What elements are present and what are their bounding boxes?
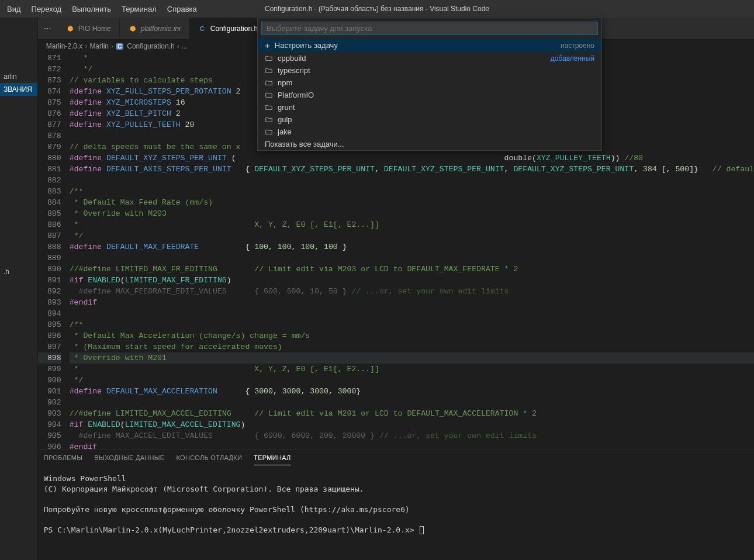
task-picker-item[interactable]: PlatformIO: [258, 89, 601, 101]
menu-item[interactable]: Справка: [162, 2, 202, 16]
panel-tab[interactable]: ВЫХОДНЫЕ ДАННЫЕ: [94, 454, 164, 465]
line-number: 884: [38, 197, 61, 208]
line-number: 882: [38, 175, 61, 186]
task-picker-item[interactable]: npm: [258, 77, 601, 89]
task-picker-item-label: Настроить задачу: [275, 41, 338, 50]
task-picker-item-label: cppbuild: [278, 54, 306, 63]
line-number: 903: [38, 408, 61, 419]
code-line[interactable]: /**: [70, 186, 754, 197]
panel-tab[interactable]: ТЕРМИНАЛ: [254, 454, 290, 465]
terminal-cursor: [420, 526, 424, 534]
tab-overflow-icon[interactable]: ⋯: [38, 24, 57, 33]
code-line[interactable]: * Override with M201: [70, 352, 754, 364]
sidebar-item[interactable]: .h: [0, 265, 37, 278]
sidebar-item[interactable]: ЗВАНИЯ: [0, 83, 37, 96]
panel-tab-bar: ПРОБЛЕМЫВЫХОДНЫЕ ДАННЫЕКОНСОЛЬ ОТЛАДКИТЕ…: [38, 450, 754, 468]
breadcrumb-segment[interactable]: ...: [182, 42, 188, 50]
plus-icon: +: [265, 40, 270, 50]
code-line[interactable]: #define MAX_FEEDRATE_EDIT_VALUES { 600, …: [70, 286, 754, 297]
line-number: 888: [38, 241, 61, 253]
sidebar-item[interactable]: arlin: [0, 70, 37, 83]
panel-tab[interactable]: КОНСОЛЬ ОТЛАДКИ: [176, 454, 242, 465]
code-line[interactable]: #define DEFAULT_XYZ_STEPS_PER_UNIT ( dou…: [70, 153, 754, 164]
task-picker-list: +Настроить задачунастроеноcppbuildдобавл…: [258, 39, 601, 150]
breadcrumb-separator-icon: ›: [85, 42, 87, 50]
task-picker-item[interactable]: cppbuildдобавленный: [258, 52, 601, 64]
code-line[interactable]: * X, Y, Z, E0 [, E1[, E2...]]: [70, 219, 754, 230]
line-number-gutter: 8718728738748758768778788798808818828838…: [38, 53, 70, 449]
menu-bar: ВидПереходВыполнитьТерминалСправка: [0, 2, 202, 16]
code-line[interactable]: //#define LIMITED_MAX_FR_EDITING // Limi…: [70, 264, 754, 275]
code-line[interactable]: [70, 397, 754, 408]
line-number: 873: [38, 75, 61, 86]
line-number: 891: [38, 275, 61, 286]
task-picker-item[interactable]: grunt: [258, 101, 601, 113]
menu-item[interactable]: Терминал: [117, 2, 161, 16]
tab-label: PIO Home: [78, 25, 111, 33]
breadcrumb-segment[interactable]: Configuration.h: [127, 42, 174, 50]
code-line[interactable]: #endif: [70, 441, 754, 449]
code-line[interactable]: * Default Max Feed Rate (mm/s): [70, 197, 754, 208]
code-line[interactable]: #define DEFAULT_AXIS_STEPS_PER_UNIT { DE…: [70, 164, 754, 175]
line-number: 879: [38, 141, 61, 153]
breadcrumb-segment[interactable]: Marlin-2.0.x: [46, 42, 83, 50]
line-number: 875: [38, 97, 61, 108]
folder-icon: [265, 79, 273, 87]
code-line[interactable]: * Default Max Acceleration (change/s) ch…: [70, 330, 754, 341]
folder-icon: [265, 92, 273, 99]
task-picker-item-label: PlatformIO: [278, 91, 314, 99]
line-number: 876: [38, 108, 61, 119]
code-line[interactable]: * (Maximum start speed for accelerated m…: [70, 341, 754, 352]
line-number: 901: [38, 386, 61, 397]
line-number: 899: [38, 364, 61, 375]
line-number: 906: [38, 441, 61, 449]
code-line[interactable]: #define DEFAULT_MAX_ACCELERATION { 3000,…: [70, 386, 754, 397]
editor-tab[interactable]: CConfiguration.h: [189, 18, 267, 39]
task-picker-item-label: typescript: [278, 66, 310, 75]
code-line[interactable]: */: [70, 375, 754, 386]
line-number: 877: [38, 119, 61, 130]
platformio-icon: ⬢: [65, 24, 75, 33]
code-line[interactable]: #endif: [70, 297, 754, 308]
code-line[interactable]: #define MAX_ACCEL_EDIT_VALUES { 6000, 60…: [70, 430, 754, 441]
line-number: 890: [38, 264, 61, 275]
code-line[interactable]: [70, 253, 754, 264]
menu-item[interactable]: Переход: [27, 2, 67, 16]
editor-tab[interactable]: ⬢PIO Home: [57, 18, 120, 39]
line-number: 900: [38, 375, 61, 386]
c-file-icon: C: [198, 24, 207, 33]
code-line[interactable]: #define DEFAULT_MAX_FEEDRATE { 100, 100,…: [70, 241, 754, 253]
task-picker-item[interactable]: jake: [258, 126, 601, 138]
line-number: 885: [38, 208, 61, 219]
titlebar: ВидПереходВыполнитьТерминалСправка Confi…: [0, 0, 754, 18]
folder-icon: [265, 55, 273, 62]
task-picker-item[interactable]: typescript: [258, 64, 601, 77]
line-number: 872: [38, 64, 61, 75]
breadcrumb-segment[interactable]: Marlin: [89, 42, 109, 50]
code-line[interactable]: * Override with M203: [70, 208, 754, 219]
terminal-output[interactable]: Windows PowerShell (C) Корпорация Майкро…: [38, 468, 754, 560]
sidebar: arlin ЗВАНИЯ .h: [0, 18, 38, 560]
editor-tab[interactable]: ⬢platformio.ini: [120, 18, 189, 39]
code-line[interactable]: */: [70, 230, 754, 241]
task-picker-item[interactable]: Показать все задачи...: [258, 138, 601, 150]
code-line[interactable]: [70, 308, 754, 319]
line-number: 871: [38, 53, 61, 64]
menu-item[interactable]: Вид: [2, 2, 26, 16]
code-line[interactable]: #if ENABLED(LIMITED_MAX_FR_EDITING): [70, 275, 754, 286]
line-number: 883: [38, 186, 61, 197]
line-number: 880: [38, 153, 61, 164]
task-picker-item[interactable]: gulp: [258, 113, 601, 126]
code-line[interactable]: #if ENABLED(LIMITED_MAX_ACCEL_EDITING): [70, 419, 754, 430]
task-picker-item[interactable]: +Настроить задачунастроено: [258, 39, 601, 52]
task-picker-item-desc: добавленный: [551, 54, 594, 63]
task-picker-input[interactable]: [261, 22, 598, 35]
line-number: 902: [38, 397, 61, 408]
code-line[interactable]: /**: [70, 319, 754, 330]
panel-tab[interactable]: ПРОБЛЕМЫ: [44, 454, 83, 465]
code-line[interactable]: //#define LIMITED_MAX_ACCEL_EDITING // L…: [70, 408, 754, 419]
menu-item[interactable]: Выполнить: [67, 2, 116, 16]
code-line[interactable]: [70, 175, 754, 186]
code-line[interactable]: * X, Y, Z, E0 [, E1[, E2...]]: [70, 364, 754, 375]
task-picker-item-desc: настроено: [561, 42, 594, 50]
